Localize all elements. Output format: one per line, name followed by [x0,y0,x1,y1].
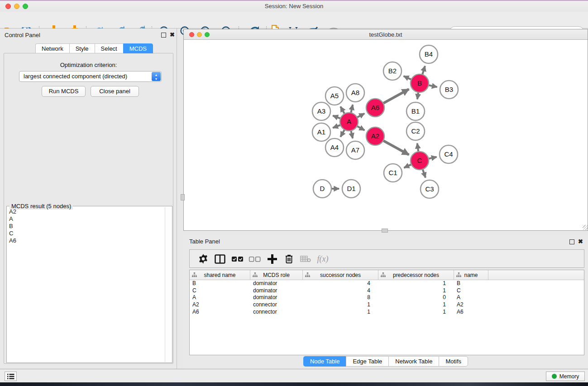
control-tab-network[interactable]: Network [35,43,69,53]
control-tab-mcds[interactable]: MCDS [123,43,153,53]
table-tab-network-table[interactable]: Network Table [388,356,439,367]
graph-node-label: A4 [330,143,339,151]
network-window-titlebar[interactable]: testGlobe.txt [184,29,588,40]
graph-node-D1[interactable]: D1 [342,180,360,198]
graph-node-A5[interactable]: A5 [325,87,344,105]
graph-node-B4[interactable]: B4 [420,45,438,63]
create-column-plus-icon[interactable] [265,252,279,266]
table-cell: 4 [303,287,378,295]
graph-node-B[interactable]: B [411,74,429,92]
close-panel-icon[interactable]: ✖ [170,32,175,38]
graph-node-label: D1 [347,185,355,192]
mcds-result-list[interactable]: A2ABCA6 [7,208,164,361]
column-header-filler [488,270,584,280]
graph-node-A7[interactable]: A7 [346,141,364,159]
network-graph-canvas[interactable]: AA1A2A3A4A5A6A7A8BB1B2B3B4CC1C2C3C4DD1 [184,40,588,230]
column-label: MCDS role [263,272,290,278]
column-header-name[interactable]: name [454,270,488,280]
network-window-title: testGlobe.txt [184,29,588,40]
mcds-result-item[interactable]: C [9,230,164,237]
column-label: predecessor nodes [393,272,439,278]
column-header-predecessor-nodes[interactable]: predecessor nodes [378,270,454,280]
run-mcds-button[interactable]: Run MCDS [42,86,86,97]
graph-node-A8[interactable]: A8 [346,84,364,102]
table-tab-edge-table[interactable]: Edge Table [346,356,388,367]
network-minimize-button[interactable] [197,32,202,37]
network-maximize-button[interactable] [205,32,210,37]
maximize-window-button[interactable] [23,4,28,9]
memory-button[interactable]: Memory [546,372,585,381]
table-row[interactable]: Adominator80A [190,294,584,301]
graph-node-A4[interactable]: A4 [325,138,344,157]
graph-node-C3[interactable]: C3 [421,180,439,198]
graph-node-C1[interactable]: C1 [384,164,402,182]
minimize-window-button[interactable] [14,4,19,9]
column-header-shared-name[interactable]: shared name [190,270,250,280]
table-tab-node-table[interactable]: Node Table [303,356,346,367]
column-label: shared name [204,272,235,278]
task-history-button[interactable] [5,372,17,381]
network-close-button[interactable] [189,32,194,37]
mcds-result-scrollbar[interactable] [165,207,171,362]
table-cell: A [454,294,488,301]
control-panel-tabs: NetworkStyleSelectMCDS [35,43,153,53]
close-panel-button[interactable]: Close panel [91,86,139,97]
control-tab-style[interactable]: Style [69,43,95,53]
table-cell: B [190,280,250,287]
splitter-handle-bottom[interactable] [382,229,388,233]
select-all-rows-icon[interactable] [230,252,244,266]
table-row[interactable]: Cdominator41C [190,287,584,295]
list-icon [7,373,14,380]
graph-node-label: A2 [371,132,379,140]
graph-node-A3[interactable]: A3 [312,102,330,120]
table-cell: 0 [378,294,454,301]
function-builder-icon[interactable]: f(x) [316,252,330,266]
show-column-icon[interactable] [213,252,227,266]
table-row[interactable]: A2connector11A2 [190,301,584,309]
column-label: name [464,272,478,278]
float-panel-icon[interactable] [161,33,166,38]
table-options-gear-icon[interactable] [196,252,210,266]
graph-node-B2[interactable]: B2 [383,62,402,80]
table-cell: 1 [378,309,454,316]
column-header-successor-nodes[interactable]: successor nodes [303,270,378,280]
graph-node-A[interactable]: A [340,113,358,131]
criterion-dropdown[interactable]: largest connected component (directed) ▲… [19,71,162,82]
traffic-lights [5,4,28,9]
graph-node-C[interactable]: C [411,152,429,170]
close-table-panel-icon[interactable]: ✖ [578,238,583,245]
float-table-panel-icon[interactable] [569,239,574,244]
table-row[interactable]: A6connector11A6 [190,309,584,316]
column-type-icon [456,272,461,277]
splitter-handle-left[interactable] [181,194,185,200]
graph-node-D[interactable]: D [313,180,331,198]
status-bar: Memory [0,369,588,382]
control-panel: Control Panel ✖ NetworkStyleSelectMCDS O… [0,29,177,369]
graph-node-A6[interactable]: A6 [366,99,384,117]
deselect-all-rows-icon[interactable] [248,252,261,266]
graph-node-B1[interactable]: B1 [406,102,425,120]
table-cell: connector [250,309,303,316]
delete-columns-trash-icon[interactable] [282,252,296,266]
graph-node-B3[interactable]: B3 [440,81,458,99]
control-tab-select[interactable]: Select [95,43,123,53]
graph-node-C2[interactable]: C2 [406,122,425,140]
table-tab-motifs[interactable]: Motifs [439,356,468,367]
graph-node-A1[interactable]: A1 [312,123,330,141]
table-cell: A6 [190,309,250,316]
graph-node-label: A7 [351,146,359,154]
graph-node-C4[interactable]: C4 [440,145,458,163]
dropdown-stepper-icon: ▲▼ [152,72,161,81]
table-row[interactable]: Bdominator41B [190,280,584,287]
delete-table-icon[interactable] [299,252,312,266]
mcds-result-item[interactable]: B [9,223,164,230]
table-cell: dominator [250,280,303,287]
node-table[interactable]: shared nameMCDS rolesuccessor nodesprede… [189,270,584,355]
mcds-result-item[interactable]: A6 [9,237,164,244]
mcds-result-item[interactable]: A [9,215,164,223]
graph-node-A2[interactable]: A2 [366,127,384,145]
close-window-button[interactable] [5,4,11,9]
resize-grip-icon[interactable] [583,225,588,230]
mcds-result-item[interactable]: A2 [9,208,164,215]
column-header-MCDS-role[interactable]: MCDS role [250,270,303,280]
